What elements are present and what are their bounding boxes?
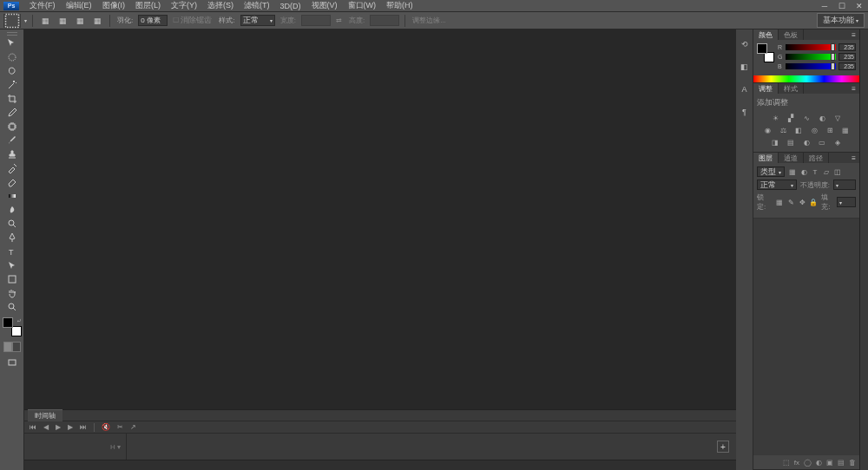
b-slider[interactable] bbox=[786, 63, 836, 69]
adj-selectivecolor-icon[interactable]: ◈ bbox=[832, 138, 843, 147]
menu-image[interactable]: 图像(I) bbox=[97, 0, 131, 11]
workspace-switcher[interactable]: 基本功能 ▾ bbox=[817, 13, 865, 28]
screenmode-toggle[interactable] bbox=[2, 356, 23, 369]
blend-mode-select[interactable]: 正常▾ bbox=[757, 180, 797, 190]
swatches-tab[interactable]: 色板 bbox=[779, 29, 804, 40]
menu-edit[interactable]: 编辑(E) bbox=[61, 0, 97, 11]
quickmask-toggle[interactable] bbox=[3, 342, 21, 354]
r-slider[interactable] bbox=[786, 44, 836, 50]
properties-panel-icon[interactable]: ◧ bbox=[739, 61, 751, 73]
adj-brightness-icon[interactable]: ☀ bbox=[770, 114, 780, 122]
b-value[interactable]: 235 bbox=[838, 62, 856, 70]
brush-tool[interactable] bbox=[2, 134, 23, 147]
adj-gradientmap-icon[interactable]: ▭ bbox=[817, 138, 827, 147]
minimize-button[interactable]: ─ bbox=[819, 2, 830, 10]
opacity-input[interactable]: ▾ bbox=[833, 180, 856, 190]
history-brush-tool[interactable] bbox=[2, 161, 23, 175]
filter-shape-icon[interactable]: ▱ bbox=[822, 167, 831, 176]
maximize-button[interactable]: ☐ bbox=[837, 2, 847, 10]
paths-tab[interactable]: 路径 bbox=[804, 153, 829, 163]
menu-select[interactable]: 选择(S) bbox=[202, 0, 239, 11]
layer-mask-icon[interactable]: ◯ bbox=[804, 459, 812, 467]
canvas[interactable] bbox=[24, 29, 736, 409]
current-tool-icon[interactable] bbox=[3, 14, 21, 28]
lock-all-icon[interactable]: 🔒 bbox=[809, 198, 818, 206]
panel-collapse-grip[interactable] bbox=[859, 29, 868, 470]
menu-help[interactable]: 帮助(H) bbox=[381, 0, 418, 11]
timeline-prev-frame[interactable]: ◀ bbox=[43, 423, 49, 431]
lasso-tool[interactable] bbox=[2, 64, 23, 78]
timeline-transition-icon[interactable]: ↗ bbox=[130, 423, 136, 431]
add-selection-icon[interactable]: ▦ bbox=[56, 15, 69, 27]
adj-colorlookup-icon[interactable]: ▦ bbox=[840, 126, 851, 134]
timeline-mute-icon[interactable]: 🔇 bbox=[102, 423, 110, 431]
timeline-first-frame[interactable]: ⏮ bbox=[30, 423, 36, 431]
lock-pixels-icon[interactable]: ✎ bbox=[786, 198, 795, 206]
eyedropper-tool[interactable] bbox=[2, 106, 23, 120]
menu-file[interactable]: 文件(F) bbox=[24, 0, 61, 11]
color-panel-swatch[interactable] bbox=[757, 43, 774, 62]
tool-preset-dropdown[interactable]: ▾ bbox=[24, 17, 27, 23]
adjustments-tab[interactable]: 调整 bbox=[753, 83, 779, 94]
menu-view[interactable]: 视图(V) bbox=[306, 0, 343, 11]
move-tool[interactable] bbox=[2, 36, 23, 50]
close-button[interactable]: ✕ bbox=[854, 2, 865, 10]
timeline-play[interactable]: ▶ bbox=[56, 423, 61, 431]
adj-channelmixer-icon[interactable]: ⊞ bbox=[825, 126, 835, 134]
channels-tab[interactable]: 通道 bbox=[779, 153, 804, 163]
intersect-selection-icon[interactable]: ▦ bbox=[90, 15, 104, 27]
menu-layer[interactable]: 图层(L) bbox=[130, 0, 166, 11]
adj-levels-icon[interactable]: ▞ bbox=[786, 114, 796, 122]
swap-colors-icon[interactable]: ⤾ bbox=[16, 317, 22, 324]
shape-tool[interactable] bbox=[2, 272, 23, 286]
blur-tool[interactable] bbox=[2, 203, 23, 217]
timeline-last-frame[interactable]: ⏭ bbox=[80, 423, 87, 431]
adjustments-panel-menu[interactable]: ≡ bbox=[848, 85, 859, 93]
layers-tab[interactable]: 图层 bbox=[753, 153, 779, 163]
eraser-tool[interactable] bbox=[2, 175, 23, 189]
color-ramp[interactable] bbox=[753, 75, 859, 82]
styles-tab[interactable]: 样式 bbox=[779, 83, 804, 94]
adj-bw-icon[interactable]: ◧ bbox=[793, 126, 804, 134]
layer-style-icon[interactable]: fx bbox=[794, 459, 799, 467]
lock-transparent-icon[interactable]: ▦ bbox=[775, 198, 784, 206]
gradient-tool[interactable] bbox=[2, 189, 23, 203]
g-slider[interactable] bbox=[786, 54, 836, 60]
menu-filter[interactable]: 滤镜(T) bbox=[239, 0, 275, 11]
timeline-split-icon[interactable]: ✂ bbox=[117, 423, 123, 431]
healing-tool[interactable] bbox=[2, 120, 23, 134]
path-select-tool[interactable] bbox=[2, 258, 23, 272]
menu-type[interactable]: 文字(Y) bbox=[166, 0, 202, 11]
foreground-color-swatch[interactable] bbox=[3, 317, 13, 328]
adj-hue-icon[interactable]: ◉ bbox=[762, 126, 773, 134]
paragraph-panel-icon[interactable]: ¶ bbox=[739, 106, 751, 118]
marquee-tool[interactable] bbox=[2, 50, 23, 64]
adj-exposure-icon[interactable]: ◐ bbox=[817, 114, 827, 122]
adj-photofilter-icon[interactable]: ◎ bbox=[809, 126, 819, 134]
timeline-next-frame[interactable]: ▶ bbox=[68, 423, 73, 431]
type-tool[interactable]: T bbox=[2, 245, 23, 258]
adj-colorbalance-icon[interactable]: ⚖ bbox=[778, 126, 788, 134]
color-tab[interactable]: 颜色 bbox=[753, 29, 779, 40]
adj-invert-icon[interactable]: ◨ bbox=[770, 138, 780, 147]
zoom-tool[interactable] bbox=[2, 300, 23, 314]
layers-panel-menu[interactable]: ≡ bbox=[848, 154, 859, 162]
layer-filter-type[interactable]: 类型▾ bbox=[757, 166, 785, 177]
dodge-tool[interactable] bbox=[2, 217, 23, 231]
filter-smart-icon[interactable]: ◫ bbox=[833, 167, 842, 176]
hand-tool[interactable] bbox=[2, 286, 23, 300]
color-panel-menu[interactable]: ≡ bbox=[848, 31, 859, 39]
filter-adjust-icon[interactable]: ◐ bbox=[799, 167, 808, 176]
link-layers-icon[interactable]: ⬚ bbox=[783, 459, 790, 467]
adj-vibrance-icon[interactable]: ▽ bbox=[832, 114, 843, 122]
g-value[interactable]: 235 bbox=[838, 53, 856, 61]
stamp-tool[interactable] bbox=[2, 147, 23, 161]
crop-tool[interactable] bbox=[2, 92, 23, 106]
new-fill-layer-icon[interactable]: ◐ bbox=[816, 459, 822, 467]
menu-3d[interactable]: 3D(D) bbox=[275, 2, 306, 10]
timeline-add-media[interactable]: + bbox=[717, 441, 729, 453]
foreground-background-colors[interactable]: ⤾ bbox=[3, 317, 22, 336]
filter-pixel-icon[interactable]: ▦ bbox=[788, 167, 797, 176]
character-panel-icon[interactable]: A bbox=[739, 83, 751, 95]
menu-window[interactable]: 窗口(W) bbox=[343, 0, 382, 11]
